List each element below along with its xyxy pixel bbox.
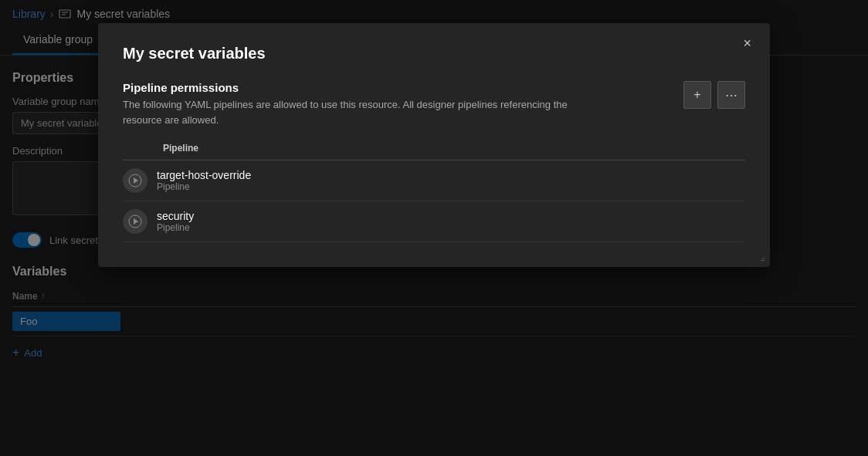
pipeline-row: security Pipeline	[123, 201, 745, 242]
pipeline-avatar	[123, 168, 147, 193]
pipeline-column-header: Pipeline	[163, 143, 198, 154]
pipeline-row: target-host-override Pipeline	[123, 160, 745, 201]
pipeline-info: security Pipeline	[157, 210, 194, 233]
modal-resize-handle[interactable]: ⌟	[760, 250, 765, 262]
pipeline-name: target-host-override	[157, 169, 251, 181]
more-options-button[interactable]: ⋯	[717, 81, 745, 109]
pipeline-avatar	[123, 209, 147, 234]
modal-table-header: Pipeline	[123, 137, 745, 160]
modal-overlay[interactable]: × My secret variables Pipeline permissio…	[0, 0, 868, 456]
modal-section-header: Pipeline permissions The following YAML …	[123, 81, 745, 127]
modal-section-info: Pipeline permissions The following YAML …	[123, 81, 602, 127]
pipeline-name: security	[157, 210, 194, 222]
svg-marker-17	[134, 218, 138, 225]
pipeline-type: Pipeline	[157, 222, 194, 233]
pipeline-type: Pipeline	[157, 181, 251, 192]
svg-marker-15	[134, 177, 138, 184]
pipeline-info: target-host-override Pipeline	[157, 169, 251, 192]
add-pipeline-button[interactable]: +	[683, 81, 711, 109]
modal-close-button[interactable]: ×	[737, 32, 758, 55]
modal-section-desc: The following YAML pipelines are allowed…	[123, 97, 602, 127]
modal-section-title: Pipeline permissions	[123, 81, 602, 94]
modal-title: My secret variables	[123, 45, 745, 62]
modal-actions: + ⋯	[683, 81, 745, 109]
pipeline-list: target-host-override Pipeline security P…	[123, 160, 745, 242]
pipeline-permissions-modal: × My secret variables Pipeline permissio…	[98, 23, 770, 267]
